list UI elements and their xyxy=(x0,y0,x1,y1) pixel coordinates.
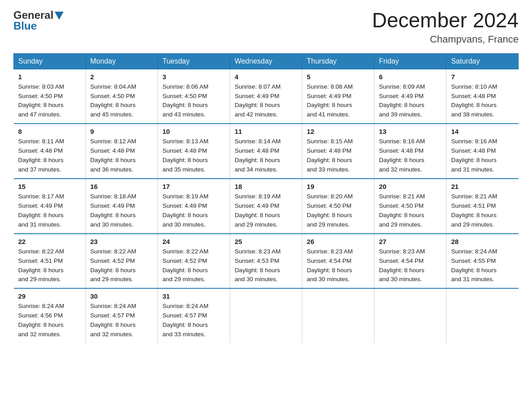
day-number: 18 xyxy=(235,183,297,190)
col-friday: Friday xyxy=(374,53,446,69)
day-cell: 29Sunrise: 8:24 AM Sunset: 4:56 PM Dayli… xyxy=(14,288,86,343)
day-info: Sunrise: 8:06 AM Sunset: 4:50 PM Dayligh… xyxy=(163,82,225,120)
day-cell: 7Sunrise: 8:10 AM Sunset: 4:48 PM Daylig… xyxy=(446,69,519,124)
day-cell: 8Sunrise: 8:11 AM Sunset: 4:48 PM Daylig… xyxy=(14,124,86,179)
day-number: 17 xyxy=(163,183,225,190)
col-sunday: Sunday xyxy=(14,53,86,69)
day-number: 11 xyxy=(235,128,297,135)
col-thursday: Thursday xyxy=(302,53,374,69)
day-number: 3 xyxy=(163,73,225,81)
day-info: Sunrise: 8:19 AM Sunset: 4:49 PM Dayligh… xyxy=(163,192,225,230)
day-cell: 22Sunrise: 8:22 AM Sunset: 4:51 PM Dayli… xyxy=(14,234,86,289)
day-number: 15 xyxy=(18,183,81,190)
day-number: 30 xyxy=(90,292,153,300)
day-info: Sunrise: 8:16 AM Sunset: 4:48 PM Dayligh… xyxy=(451,137,514,175)
col-saturday: Saturday xyxy=(446,53,519,69)
day-number: 5 xyxy=(307,73,369,81)
day-info: Sunrise: 8:15 AM Sunset: 4:48 PM Dayligh… xyxy=(307,137,369,175)
day-info: Sunrise: 8:22 AM Sunset: 4:51 PM Dayligh… xyxy=(18,247,81,285)
day-number: 8 xyxy=(18,128,81,135)
logo-triangle-icon xyxy=(55,12,64,20)
day-cell: 31Sunrise: 8:24 AM Sunset: 4:57 PM Dayli… xyxy=(158,288,230,343)
day-number: 9 xyxy=(90,128,153,135)
day-number: 1 xyxy=(18,73,81,81)
logo-blue: Blue xyxy=(13,20,37,32)
calendar-title: December 2024 xyxy=(372,9,519,32)
header-row: Sunday Monday Tuesday Wednesday Thursday… xyxy=(14,53,519,69)
day-number: 31 xyxy=(163,292,225,300)
day-info: Sunrise: 8:22 AM Sunset: 4:52 PM Dayligh… xyxy=(163,247,225,285)
week-row-4: 22Sunrise: 8:22 AM Sunset: 4:51 PM Dayli… xyxy=(14,234,519,289)
day-info: Sunrise: 8:20 AM Sunset: 4:50 PM Dayligh… xyxy=(307,192,369,230)
day-cell xyxy=(446,288,519,343)
day-number: 14 xyxy=(451,128,514,135)
day-cell: 20Sunrise: 8:21 AM Sunset: 4:50 PM Dayli… xyxy=(374,179,446,234)
day-cell: 17Sunrise: 8:19 AM Sunset: 4:49 PM Dayli… xyxy=(158,179,230,234)
col-monday: Monday xyxy=(86,53,158,69)
day-number: 29 xyxy=(18,292,81,300)
day-cell: 14Sunrise: 8:16 AM Sunset: 4:48 PM Dayli… xyxy=(446,124,519,179)
day-info: Sunrise: 8:08 AM Sunset: 4:49 PM Dayligh… xyxy=(307,82,369,120)
week-row-5: 29Sunrise: 8:24 AM Sunset: 4:56 PM Dayli… xyxy=(14,288,519,343)
day-number: 19 xyxy=(307,183,369,190)
day-info: Sunrise: 8:12 AM Sunset: 4:48 PM Dayligh… xyxy=(90,137,153,175)
col-wednesday: Wednesday xyxy=(230,53,302,69)
page-header: General Blue December 2024 Champvans, Fr… xyxy=(13,9,519,45)
day-number: 10 xyxy=(163,128,225,135)
day-info: Sunrise: 8:07 AM Sunset: 4:49 PM Dayligh… xyxy=(235,82,297,120)
calendar-table: Sunday Monday Tuesday Wednesday Thursday… xyxy=(13,53,519,343)
day-info: Sunrise: 8:22 AM Sunset: 4:52 PM Dayligh… xyxy=(90,247,153,285)
day-info: Sunrise: 8:24 AM Sunset: 4:56 PM Dayligh… xyxy=(18,302,81,339)
day-cell: 9Sunrise: 8:12 AM Sunset: 4:48 PM Daylig… xyxy=(86,124,158,179)
day-cell: 15Sunrise: 8:17 AM Sunset: 4:49 PM Dayli… xyxy=(14,179,86,234)
day-cell: 26Sunrise: 8:23 AM Sunset: 4:54 PM Dayli… xyxy=(302,234,374,289)
day-info: Sunrise: 8:21 AM Sunset: 4:51 PM Dayligh… xyxy=(451,192,514,230)
day-number: 22 xyxy=(18,238,81,245)
calendar-subtitle: Champvans, France xyxy=(372,34,519,45)
day-cell: 2Sunrise: 8:04 AM Sunset: 4:50 PM Daylig… xyxy=(86,69,158,124)
day-info: Sunrise: 8:03 AM Sunset: 4:50 PM Dayligh… xyxy=(18,82,81,120)
calendar-body: 1Sunrise: 8:03 AM Sunset: 4:50 PM Daylig… xyxy=(14,69,519,343)
col-tuesday: Tuesday xyxy=(158,53,230,69)
logo: General Blue xyxy=(13,9,64,32)
week-row-3: 15Sunrise: 8:17 AM Sunset: 4:49 PM Dayli… xyxy=(14,179,519,234)
day-info: Sunrise: 8:17 AM Sunset: 4:49 PM Dayligh… xyxy=(18,192,81,230)
day-cell: 1Sunrise: 8:03 AM Sunset: 4:50 PM Daylig… xyxy=(14,69,86,124)
day-cell: 27Sunrise: 8:23 AM Sunset: 4:54 PM Dayli… xyxy=(374,234,446,289)
day-info: Sunrise: 8:04 AM Sunset: 4:50 PM Dayligh… xyxy=(90,82,153,120)
day-cell: 28Sunrise: 8:24 AM Sunset: 4:55 PM Dayli… xyxy=(446,234,519,289)
day-info: Sunrise: 8:23 AM Sunset: 4:53 PM Dayligh… xyxy=(235,247,297,285)
day-number: 27 xyxy=(379,238,442,245)
day-cell: 19Sunrise: 8:20 AM Sunset: 4:50 PM Dayli… xyxy=(302,179,374,234)
day-cell xyxy=(374,288,446,343)
day-cell: 18Sunrise: 8:19 AM Sunset: 4:49 PM Dayli… xyxy=(230,179,302,234)
day-cell: 3Sunrise: 8:06 AM Sunset: 4:50 PM Daylig… xyxy=(158,69,230,124)
day-cell: 13Sunrise: 8:16 AM Sunset: 4:48 PM Dayli… xyxy=(374,124,446,179)
day-info: Sunrise: 8:24 AM Sunset: 4:57 PM Dayligh… xyxy=(90,302,153,339)
day-info: Sunrise: 8:09 AM Sunset: 4:49 PM Dayligh… xyxy=(379,82,442,120)
day-number: 21 xyxy=(451,183,514,190)
title-block: December 2024 Champvans, France xyxy=(372,9,519,45)
day-number: 26 xyxy=(307,238,369,245)
day-info: Sunrise: 8:16 AM Sunset: 4:48 PM Dayligh… xyxy=(379,137,442,175)
day-info: Sunrise: 8:21 AM Sunset: 4:50 PM Dayligh… xyxy=(379,192,442,230)
day-info: Sunrise: 8:18 AM Sunset: 4:49 PM Dayligh… xyxy=(90,192,153,230)
week-row-2: 8Sunrise: 8:11 AM Sunset: 4:48 PM Daylig… xyxy=(14,124,519,179)
day-cell: 23Sunrise: 8:22 AM Sunset: 4:52 PM Dayli… xyxy=(86,234,158,289)
day-cell xyxy=(302,288,374,343)
day-info: Sunrise: 8:11 AM Sunset: 4:48 PM Dayligh… xyxy=(18,137,81,175)
day-number: 24 xyxy=(163,238,225,245)
day-info: Sunrise: 8:24 AM Sunset: 4:57 PM Dayligh… xyxy=(163,302,225,339)
week-row-1: 1Sunrise: 8:03 AM Sunset: 4:50 PM Daylig… xyxy=(14,69,519,124)
day-number: 4 xyxy=(235,73,297,81)
day-number: 20 xyxy=(379,183,442,190)
day-cell: 25Sunrise: 8:23 AM Sunset: 4:53 PM Dayli… xyxy=(230,234,302,289)
day-cell: 24Sunrise: 8:22 AM Sunset: 4:52 PM Dayli… xyxy=(158,234,230,289)
day-number: 23 xyxy=(90,238,153,245)
day-number: 2 xyxy=(90,73,153,81)
day-info: Sunrise: 8:23 AM Sunset: 4:54 PM Dayligh… xyxy=(379,247,442,285)
day-cell: 6Sunrise: 8:09 AM Sunset: 4:49 PM Daylig… xyxy=(374,69,446,124)
day-number: 16 xyxy=(90,183,153,190)
day-number: 12 xyxy=(307,128,369,135)
day-number: 28 xyxy=(451,238,514,245)
